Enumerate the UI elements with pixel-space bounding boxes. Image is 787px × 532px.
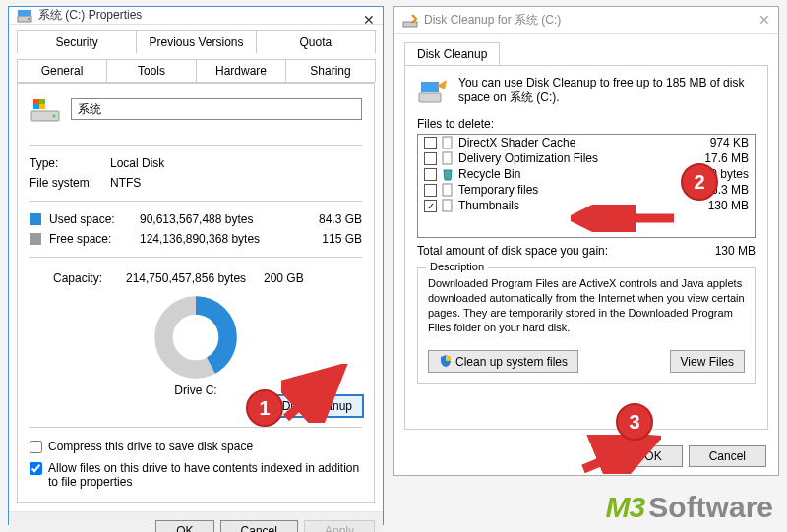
disk-cleanup-window: Disk Cleanup for 系统 (C:) ✕ Disk Cleanup … <box>394 6 779 476</box>
tab-previous-versions[interactable]: Previous Versions <box>136 30 256 53</box>
svg-point-2 <box>28 18 30 20</box>
recycle-bin-icon <box>441 167 454 181</box>
svg-rect-14 <box>421 82 439 92</box>
cancel-button[interactable]: Cancel <box>689 445 766 467</box>
svg-rect-8 <box>33 104 39 109</box>
drive-large-icon <box>30 93 61 125</box>
free-space-bytes: 124,136,890,368 bytes <box>140 232 303 246</box>
free-space-hr: 115 GB <box>303 232 362 246</box>
description-text: Downloaded Program Files are ActiveX con… <box>428 276 745 334</box>
cleanup-icon <box>402 13 418 29</box>
cleanup-system-files-button[interactable]: Clean up system files <box>428 350 578 373</box>
file-icon <box>441 199 454 212</box>
used-space-label: Used space: <box>49 212 140 226</box>
svg-point-11 <box>163 305 227 369</box>
general-panel: Type:Local Disk File system:NTFS Used sp… <box>17 83 375 503</box>
svg-rect-16 <box>443 152 452 164</box>
dialog-buttons: OK Cancel Apply <box>9 511 383 532</box>
compress-checkbox[interactable] <box>30 441 42 453</box>
svg-rect-18 <box>443 200 452 211</box>
file-icon <box>441 151 454 165</box>
used-space-bytes: 90,613,567,488 bytes <box>140 212 303 226</box>
drive-name-input[interactable] <box>71 98 362 120</box>
tabs-upper: Security Previous Versions Quota <box>17 30 375 53</box>
annotation-badge-2: 2 <box>681 163 718 201</box>
file-icon <box>441 136 454 149</box>
tabs-lower: General Tools Hardware Sharing <box>17 59 375 83</box>
svg-rect-15 <box>443 137 452 148</box>
file-icon <box>441 183 454 197</box>
shield-icon <box>439 354 453 368</box>
svg-rect-7 <box>39 99 45 104</box>
annotation-arrow-3 <box>578 435 661 474</box>
index-checkbox[interactable] <box>30 462 42 475</box>
annotation-badge-3: 3 <box>616 403 653 441</box>
tab-hardware[interactable]: Hardware <box>196 59 286 82</box>
annotation-arrow-1 <box>281 364 350 423</box>
tab-quota[interactable]: Quota <box>256 30 376 53</box>
watermark-software: Software <box>648 491 773 523</box>
capacity-bytes: 214,750,457,856 bytes <box>126 271 264 285</box>
index-checkbox-row[interactable]: Allow files on this drive to have conten… <box>30 461 362 489</box>
svg-rect-12 <box>403 22 417 27</box>
capacity-donut-chart <box>153 295 238 380</box>
description-group: Description Downloaded Program Files are… <box>417 267 756 384</box>
file-checkbox[interactable] <box>424 152 437 165</box>
fs-label: File system: <box>30 176 110 190</box>
total-gain-value: 130 MB <box>715 244 756 258</box>
titlebar[interactable]: Disk Cleanup for 系统 (C:) ✕ <box>394 7 778 34</box>
list-item[interactable]: DirectX Shader Cache974 KB <box>418 135 755 150</box>
total-gain-label: Total amount of disk space you gain: <box>417 244 715 258</box>
free-color-swatch <box>30 233 41 245</box>
svg-point-4 <box>53 115 56 118</box>
tab-general[interactable]: General <box>17 59 107 82</box>
svg-rect-1 <box>18 10 31 16</box>
compress-label: Compress this drive to save disk space <box>48 440 253 453</box>
cancel-button[interactable]: Cancel <box>220 520 298 532</box>
svg-rect-6 <box>33 99 39 104</box>
type-value: Local Disk <box>110 156 164 170</box>
drive-icon <box>17 8 32 24</box>
ok-button[interactable]: OK <box>155 520 213 532</box>
title-text: Disk Cleanup for 系统 (C:) <box>424 12 561 29</box>
used-color-swatch <box>30 213 41 225</box>
free-space-label: Free space: <box>49 232 140 246</box>
file-checkbox[interactable] <box>424 200 437 212</box>
properties-window: 系统 (C:) Properties ✕ Security Previous V… <box>8 6 384 525</box>
used-space-hr: 84.3 GB <box>303 212 362 226</box>
watermark-m3: M3 <box>606 491 645 523</box>
index-label: Allow files on this drive to have conten… <box>48 461 362 489</box>
svg-rect-13 <box>419 93 441 102</box>
watermark-logo: M3Software <box>606 491 773 524</box>
file-checkbox[interactable] <box>424 168 437 181</box>
view-files-button[interactable]: View Files <box>670 350 745 373</box>
apply-button[interactable]: Apply <box>304 520 375 532</box>
capacity-hr: 200 GB <box>264 271 304 285</box>
files-to-delete-label: Files to delete: <box>417 117 756 131</box>
cleanup-large-icon <box>417 76 449 107</box>
file-checkbox[interactable] <box>424 184 437 197</box>
file-checkbox[interactable] <box>424 137 437 149</box>
annotation-arrow-2 <box>571 205 679 232</box>
annotation-badge-1: 1 <box>246 389 283 427</box>
capacity-label: Capacity: <box>53 271 126 285</box>
titlebar[interactable]: 系统 (C:) Properties ✕ <box>9 7 383 25</box>
type-label: Type: <box>30 156 110 170</box>
tab-security[interactable]: Security <box>17 30 137 53</box>
title-text: 系统 (C:) Properties <box>38 7 142 24</box>
intro-text: You can use Disk Cleanup to free up to 1… <box>458 76 756 107</box>
tab-disk-cleanup[interactable]: Disk Cleanup <box>404 42 500 65</box>
svg-rect-17 <box>443 184 452 196</box>
description-legend: Description <box>426 261 488 272</box>
close-icon[interactable]: ✕ <box>363 12 375 28</box>
close-icon[interactable]: ✕ <box>758 12 770 28</box>
tab-tools[interactable]: Tools <box>106 59 197 82</box>
svg-rect-9 <box>39 104 45 109</box>
fs-value: NTFS <box>110 176 141 190</box>
tabs: Disk Cleanup <box>404 42 768 65</box>
tab-sharing[interactable]: Sharing <box>285 59 376 82</box>
compress-checkbox-row[interactable]: Compress this drive to save disk space <box>30 440 362 453</box>
cleanup-panel: You can use Disk Cleanup to free up to 1… <box>404 65 768 430</box>
